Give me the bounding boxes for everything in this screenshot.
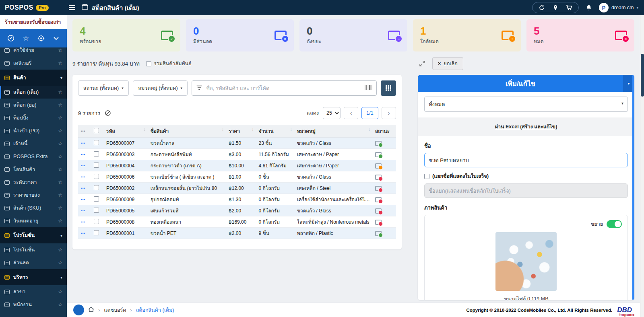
table-row[interactable]: ⋯PD65000002เหล็กหนาซอยสั้น (ยาวไม่เกิน 8…	[78, 183, 396, 194]
breadcrumb-current[interactable]: สต็อกสินค้า (เต็ม)	[136, 306, 174, 314]
stat-card-out-of-stock[interactable]: 5หมด×	[526, 19, 634, 51]
expand-panel-icon[interactable]	[418, 59, 427, 68]
favorite-star-icon[interactable]: ☆	[58, 205, 62, 211]
sort-icon[interactable]: ↕	[290, 127, 292, 132]
page-size-select[interactable]: 25	[323, 107, 341, 119]
row-actions-icon[interactable]: ⋯	[80, 140, 86, 146]
refresh-icon[interactable]	[538, 4, 545, 11]
related-products-checkbox[interactable]: รวมสินค้าสัมพันธ์	[146, 60, 192, 68]
grid-view-button[interactable]	[381, 80, 396, 96]
favorite-star-icon[interactable]: ☆	[58, 247, 62, 253]
sort-icon[interactable]: ↕	[368, 127, 370, 132]
shop-name[interactable]: ร้านขายและรับซื้อของเก่า	[0, 15, 67, 29]
favorite-star-icon[interactable]: ☆	[58, 192, 62, 198]
sidebar-item-expense[interactable]: ค่าใช้จ่าย☆	[0, 47, 67, 57]
sidebar-section-products[interactable]: สินค้า▾	[0, 70, 67, 86]
home-icon[interactable]	[88, 307, 94, 313]
sidebar-item-topping[interactable]: ท็อปปิ้ง☆	[0, 111, 67, 124]
favorite-star-icon[interactable]: ☆	[58, 141, 62, 146]
favorite-star-icon[interactable]: ☆	[58, 154, 62, 159]
sidebar-item-branch[interactable]: สาขา☆	[0, 285, 67, 298]
product-name-input[interactable]	[424, 153, 628, 167]
sort-icon[interactable]: ↕	[222, 127, 224, 132]
favorite-star-icon[interactable]: ☆	[58, 128, 62, 134]
next-page-button[interactable]: ›	[382, 107, 396, 119]
col-header-code[interactable]: รหัส↕	[104, 125, 148, 138]
table-row[interactable]: ⋯PD65000003กระดาษหนังสือพิมพ์฿3.0011.56 …	[78, 149, 396, 160]
split-name-checkbox[interactable]: (แยกชื่อที่แสดงในใบเสร็จ)	[424, 172, 628, 180]
scope-select[interactable]: ทั้งหมด	[424, 97, 628, 112]
sidebar-item-expiry[interactable]: วันหมดอายุ☆	[0, 214, 67, 227]
row-checkbox[interactable]	[94, 185, 99, 190]
excel-link[interactable]: ผ่าน Excel (สร้าง และแก้ไข)	[495, 124, 557, 130]
barcode-icon[interactable]	[365, 85, 372, 91]
status-filter-dropdown[interactable]: สถานะ (ทั้งหมด)▾	[78, 80, 129, 96]
col-header-price[interactable]: ราคา↕	[226, 125, 256, 138]
dashboard-gauge-icon[interactable]	[6, 33, 16, 43]
row-actions-icon[interactable]: ⋯	[80, 197, 86, 202]
cancel-button[interactable]: ×ยกเลิก	[432, 57, 463, 70]
notifications-bell-icon[interactable]	[585, 4, 592, 11]
sidebar-item-pospos-extra[interactable]: POSPOS Extra☆	[0, 150, 67, 163]
sidebar-section-management[interactable]: บริหาร▾	[0, 269, 67, 285]
sidebar-item-staff[interactable]: พนักงาน☆	[0, 298, 67, 311]
col-header-category[interactable]: หมวดหมู่↕	[295, 125, 373, 138]
sidebar-item-sku[interactable]: สินค้า (SKU)☆	[0, 202, 67, 214]
table-row[interactable]: ⋯PD65000005เศษแก้วรวมสี฿2.000 กิโลกรัมขว…	[78, 205, 396, 216]
cart-icon[interactable]	[566, 4, 573, 11]
checkbox[interactable]	[424, 174, 429, 179]
row-checkbox[interactable]	[94, 140, 99, 145]
favorite-star-icon[interactable]: ☆	[58, 289, 62, 294]
table-row[interactable]: ⋯PD65000007ขวดน้ำตาล฿1.5023 ชิ้นขวดแก้ว …	[78, 138, 396, 149]
row-actions-icon[interactable]: ⋯	[80, 208, 86, 214]
app-logo[interactable]: POSPOS Pro	[0, 4, 67, 11]
panel-scrollbar[interactable]	[632, 75, 634, 300]
table-row[interactable]: ⋯PD65000001ขวดน้ำ PET฿2.009 ชิ้นพลาสติก …	[78, 228, 396, 239]
favorite-star-icon[interactable]: ☆	[58, 47, 62, 53]
category-filter-dropdown[interactable]: หมวดหมู่ (ทั้งหมด)▾	[133, 80, 188, 96]
stat-card-trash[interactable]: 0ถังขยะ−	[299, 19, 407, 51]
row-checkbox[interactable]	[94, 163, 99, 168]
row-actions-icon[interactable]: ⋯	[80, 185, 86, 191]
sidebar-item-transfer[interactable]: โอนสินค้า☆	[0, 163, 67, 176]
sort-icon[interactable]: ↕	[144, 127, 146, 132]
row-actions-icon[interactable]: ⋯	[80, 231, 86, 236]
favorite-star-icon[interactable]: ☆	[58, 89, 62, 95]
row-checkbox[interactable]	[94, 230, 99, 235]
stat-card-low-stock[interactable]: 1ใกล้หมด!	[413, 19, 521, 51]
table-row[interactable]: ⋯PD65000004กระดาษขาวดำ (เกรด A)฿10.004.6…	[78, 160, 396, 171]
table-row[interactable]: ⋯PD65000009อุปกรณ์คอมพ์฿1.300 กิโลกรัมเค…	[78, 194, 396, 205]
row-checkbox[interactable]	[94, 151, 99, 156]
favorite-star-icon[interactable]: ☆	[58, 167, 62, 172]
favorite-star-icon[interactable]: ☆	[58, 260, 62, 266]
sidebar-item-wholesale[interactable]: ราคาขายส่ง☆	[0, 189, 67, 202]
select-all-checkbox[interactable]	[94, 128, 99, 133]
collapse-chevron-icon[interactable]	[51, 33, 61, 43]
dbd-registered-logo[interactable]: DBDRegistered	[617, 307, 634, 313]
scrollbar-thumb[interactable]	[641, 54, 644, 97]
row-checkbox[interactable]	[94, 196, 99, 202]
stat-card-discounted[interactable]: 0มีส่วนลด×	[186, 19, 294, 51]
sort-icon[interactable]: ↕	[252, 127, 254, 132]
sidebar-item-import-po[interactable]: นำเข้า (PO)☆	[0, 124, 67, 137]
sidebar-item-discount[interactable]: ส่วนลด☆	[0, 256, 67, 269]
location-pin-icon[interactable]	[552, 4, 559, 11]
sidebar-item-delivery[interactable]: เดลิเวอรี่☆	[0, 57, 67, 70]
checkbox[interactable]	[146, 61, 151, 66]
sidebar-item-creditor[interactable]: เจ้าหนี้☆	[0, 137, 67, 150]
col-header-name[interactable]: ชื่อสินค้า↕	[148, 125, 226, 138]
hamburger-menu-icon[interactable]	[67, 2, 77, 13]
row-checkbox[interactable]	[94, 219, 99, 224]
table-row[interactable]: ⋯PD65000008ทองเหลืองหนา฿169.000 กิโลกรัม…	[78, 216, 396, 228]
col-header-qty[interactable]: จำนวน↕	[256, 125, 295, 138]
target-icon[interactable]	[36, 33, 46, 43]
split-name-input[interactable]	[424, 183, 628, 198]
favorite-star-icon[interactable]: ☆	[58, 102, 62, 108]
row-actions-icon[interactable]: ⋯	[80, 219, 86, 225]
user-menu[interactable]: P dream cm ▾	[599, 3, 638, 12]
row-actions-icon[interactable]: ⋯	[80, 174, 86, 180]
slash-icon[interactable]	[103, 109, 112, 117]
row-actions-icon[interactable]: ⋯	[80, 163, 86, 169]
row-checkbox[interactable]	[94, 174, 99, 179]
add-edit-header-button[interactable]: เพิ่ม/แก้ไข ▾	[418, 75, 634, 92]
